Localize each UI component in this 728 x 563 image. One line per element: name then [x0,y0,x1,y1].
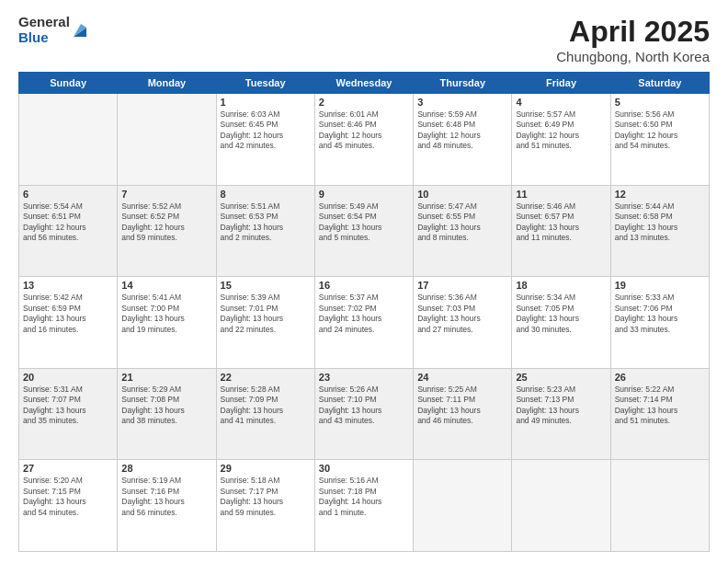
day-info: Sunrise: 5:29 AM Sunset: 7:08 PM Dayligh… [121,385,211,427]
day-number: 9 [319,189,409,200]
table-row: 9Sunrise: 5:49 AM Sunset: 6:54 PM Daylig… [314,185,413,277]
day-number: 15 [221,280,311,291]
table-row: 17Sunrise: 5:36 AM Sunset: 7:03 PM Dayli… [414,277,512,369]
table-row: 21Sunrise: 5:29 AM Sunset: 7:08 PM Dayli… [118,368,216,460]
table-row: 23Sunrise: 5:26 AM Sunset: 7:10 PM Dayli… [314,368,413,460]
table-row: 27Sunrise: 5:20 AM Sunset: 7:15 PM Dayli… [19,460,118,552]
day-info: Sunrise: 5:46 AM Sunset: 6:57 PM Dayligh… [516,201,606,244]
day-number: 7 [121,189,211,200]
col-monday: Monday [118,73,216,94]
day-number: 28 [121,463,211,474]
day-info: Sunrise: 5:18 AM Sunset: 7:17 PM Dayligh… [221,476,311,518]
day-number: 6 [23,189,113,200]
col-saturday: Saturday [610,73,709,94]
header: General Blue April 2025 Chungbong, North… [18,15,710,64]
day-number: 1 [221,97,311,108]
day-info: Sunrise: 5:39 AM Sunset: 7:01 PM Dayligh… [221,293,311,335]
table-row: 10Sunrise: 5:47 AM Sunset: 6:55 PM Dayli… [414,185,512,277]
table-row: 14Sunrise: 5:41 AM Sunset: 7:00 PM Dayli… [118,277,216,369]
day-info: Sunrise: 5:54 AM Sunset: 6:51 PM Dayligh… [23,201,113,244]
day-info: Sunrise: 5:26 AM Sunset: 7:10 PM Dayligh… [319,385,409,427]
day-info: Sunrise: 5:49 AM Sunset: 6:54 PM Dayligh… [319,201,409,244]
day-number: 23 [319,372,409,383]
table-row: 18Sunrise: 5:34 AM Sunset: 7:05 PM Dayli… [512,277,610,369]
day-number: 8 [221,189,311,200]
table-row: 19Sunrise: 5:33 AM Sunset: 7:06 PM Dayli… [610,277,709,369]
calendar-week-row: 13Sunrise: 5:42 AM Sunset: 6:59 PM Dayli… [19,277,710,369]
logo: General Blue [18,15,88,45]
day-info: Sunrise: 6:03 AM Sunset: 6:45 PM Dayligh… [221,109,311,152]
day-info: Sunrise: 5:16 AM Sunset: 7:18 PM Dayligh… [319,476,409,518]
table-row: 6Sunrise: 5:54 AM Sunset: 6:51 PM Daylig… [19,185,118,277]
day-number: 20 [23,372,113,383]
day-info: Sunrise: 5:56 AM Sunset: 6:50 PM Dayligh… [615,109,705,152]
day-number: 26 [615,372,705,383]
col-tuesday: Tuesday [216,73,314,94]
day-number: 10 [417,189,507,200]
day-number: 3 [417,97,507,108]
table-row: 16Sunrise: 5:37 AM Sunset: 7:02 PM Dayli… [314,277,413,369]
calendar-week-row: 20Sunrise: 5:31 AM Sunset: 7:07 PM Dayli… [19,368,710,460]
table-row: 1Sunrise: 6:03 AM Sunset: 6:45 PM Daylig… [216,94,314,186]
table-row [414,460,512,552]
col-friday: Friday [512,73,610,94]
table-row [118,94,216,186]
table-row: 3Sunrise: 5:59 AM Sunset: 6:48 PM Daylig… [414,94,512,186]
col-thursday: Thursday [414,73,512,94]
table-row: 25Sunrise: 5:23 AM Sunset: 7:13 PM Dayli… [512,368,610,460]
day-info: Sunrise: 5:52 AM Sunset: 6:52 PM Dayligh… [121,201,211,244]
day-number: 21 [121,372,211,383]
day-number: 22 [221,372,311,383]
day-info: Sunrise: 5:23 AM Sunset: 7:13 PM Dayligh… [516,385,606,427]
day-number: 18 [516,280,606,291]
day-info: Sunrise: 5:33 AM Sunset: 7:06 PM Dayligh… [615,293,705,335]
day-number: 2 [319,97,409,108]
col-sunday: Sunday [19,73,118,94]
title-location: Chungbong, North Korea [556,49,710,64]
day-info: Sunrise: 5:36 AM Sunset: 7:03 PM Dayligh… [417,293,507,335]
table-row [610,460,709,552]
day-info: Sunrise: 6:01 AM Sunset: 6:46 PM Dayligh… [319,109,409,152]
table-row: 24Sunrise: 5:25 AM Sunset: 7:11 PM Dayli… [414,368,512,460]
day-info: Sunrise: 5:51 AM Sunset: 6:53 PM Dayligh… [221,201,311,244]
page: General Blue April 2025 Chungbong, North… [0,0,728,563]
day-info: Sunrise: 5:37 AM Sunset: 7:02 PM Dayligh… [319,293,409,335]
table-row: 11Sunrise: 5:46 AM Sunset: 6:57 PM Dayli… [512,185,610,277]
day-info: Sunrise: 5:28 AM Sunset: 7:09 PM Dayligh… [221,385,311,427]
table-row [19,94,118,186]
day-info: Sunrise: 5:59 AM Sunset: 6:48 PM Dayligh… [417,109,507,152]
day-number: 25 [516,372,606,383]
table-row: 20Sunrise: 5:31 AM Sunset: 7:07 PM Dayli… [19,368,118,460]
day-info: Sunrise: 5:25 AM Sunset: 7:11 PM Dayligh… [417,385,507,427]
table-row: 8Sunrise: 5:51 AM Sunset: 6:53 PM Daylig… [216,185,314,277]
day-number: 5 [615,97,705,108]
title-month: April 2025 [556,15,710,49]
day-number: 24 [417,372,507,383]
day-number: 29 [221,463,311,474]
day-info: Sunrise: 5:41 AM Sunset: 7:00 PM Dayligh… [121,293,211,335]
table-row: 5Sunrise: 5:56 AM Sunset: 6:50 PM Daylig… [610,94,709,186]
day-number: 14 [121,280,211,291]
table-row: 26Sunrise: 5:22 AM Sunset: 7:14 PM Dayli… [610,368,709,460]
day-info: Sunrise: 5:57 AM Sunset: 6:49 PM Dayligh… [516,109,606,152]
day-info: Sunrise: 5:22 AM Sunset: 7:14 PM Dayligh… [615,385,705,427]
day-number: 17 [417,280,507,291]
day-info: Sunrise: 5:19 AM Sunset: 7:16 PM Dayligh… [121,476,211,518]
table-row: 2Sunrise: 6:01 AM Sunset: 6:46 PM Daylig… [314,94,413,186]
logo-general-text: General [18,15,70,30]
day-number: 13 [23,280,113,291]
table-row: 7Sunrise: 5:52 AM Sunset: 6:52 PM Daylig… [118,185,216,277]
table-row [512,460,610,552]
day-info: Sunrise: 5:31 AM Sunset: 7:07 PM Dayligh… [23,385,113,427]
table-row: 30Sunrise: 5:16 AM Sunset: 7:18 PM Dayli… [314,460,413,552]
day-number: 11 [516,189,606,200]
table-row: 22Sunrise: 5:28 AM Sunset: 7:09 PM Dayli… [216,368,314,460]
logo-blue-text: Blue [18,30,70,46]
day-number: 30 [319,463,409,474]
day-number: 4 [516,97,606,108]
calendar-week-row: 6Sunrise: 5:54 AM Sunset: 6:51 PM Daylig… [19,185,710,277]
day-info: Sunrise: 5:47 AM Sunset: 6:55 PM Dayligh… [417,201,507,244]
day-number: 19 [615,280,705,291]
title-block: April 2025 Chungbong, North Korea [556,15,710,64]
calendar-week-row: 1Sunrise: 6:03 AM Sunset: 6:45 PM Daylig… [19,94,710,186]
